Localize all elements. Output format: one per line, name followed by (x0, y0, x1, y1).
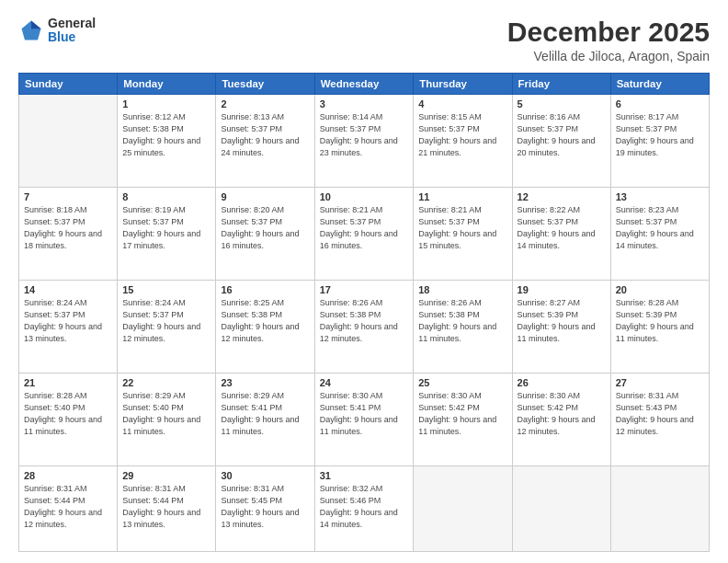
table-row: 30Sunrise: 8:31 AMSunset: 5:45 PMDayligh… (216, 466, 314, 552)
table-row: 24Sunrise: 8:30 AMSunset: 5:41 PMDayligh… (314, 373, 414, 466)
day-number: 4 (418, 98, 506, 109)
table-row (19, 95, 118, 188)
day-info: Sunrise: 8:18 AMSunset: 5:37 PMDaylight:… (24, 205, 102, 250)
logo-general-text: General (48, 17, 96, 30)
day-info: Sunrise: 8:27 AMSunset: 5:39 PMDaylight:… (518, 298, 596, 343)
table-row: 26Sunrise: 8:30 AMSunset: 5:42 PMDayligh… (512, 373, 610, 466)
day-info: Sunrise: 8:28 AMSunset: 5:39 PMDaylight:… (616, 298, 694, 343)
day-number: 31 (320, 470, 409, 481)
day-info: Sunrise: 8:19 AMSunset: 5:37 PMDaylight:… (122, 205, 200, 250)
table-row: 29Sunrise: 8:31 AMSunset: 5:44 PMDayligh… (118, 466, 216, 552)
day-number: 29 (122, 470, 210, 481)
table-row: 3Sunrise: 8:14 AMSunset: 5:37 PMDaylight… (314, 95, 414, 188)
day-info: Sunrise: 8:30 AMSunset: 5:42 PMDaylight:… (418, 391, 496, 436)
table-row: 10Sunrise: 8:21 AMSunset: 5:37 PMDayligh… (314, 188, 414, 281)
table-row: 20Sunrise: 8:28 AMSunset: 5:39 PMDayligh… (610, 281, 709, 373)
table-row: 12Sunrise: 8:22 AMSunset: 5:37 PMDayligh… (512, 188, 610, 281)
day-info: Sunrise: 8:31 AMSunset: 5:44 PMDaylight:… (24, 484, 102, 529)
day-number: 3 (320, 98, 409, 109)
main-title: December 2025 (507, 17, 710, 47)
calendar-table: Sunday Monday Tuesday Wednesday Thursday… (18, 73, 710, 552)
col-saturday: Saturday (610, 74, 709, 95)
table-row (610, 466, 709, 552)
page: General Blue December 2025 Velilla de Ji… (0, 0, 728, 563)
day-info: Sunrise: 8:28 AMSunset: 5:40 PMDaylight:… (24, 391, 102, 436)
logo-icon (18, 17, 44, 43)
day-number: 8 (122, 191, 210, 202)
day-number: 9 (221, 191, 309, 202)
day-number: 5 (518, 98, 606, 109)
day-info: Sunrise: 8:26 AMSunset: 5:38 PMDaylight:… (320, 298, 398, 343)
table-row: 13Sunrise: 8:23 AMSunset: 5:37 PMDayligh… (610, 188, 709, 281)
day-number: 11 (418, 191, 506, 202)
table-row: 25Sunrise: 8:30 AMSunset: 5:42 PMDayligh… (414, 373, 512, 466)
day-number: 12 (518, 191, 606, 202)
col-wednesday: Wednesday (314, 74, 414, 95)
day-info: Sunrise: 8:12 AMSunset: 5:38 PMDaylight:… (122, 112, 200, 157)
day-info: Sunrise: 8:21 AMSunset: 5:37 PMDaylight:… (320, 205, 398, 250)
table-row: 1Sunrise: 8:12 AMSunset: 5:38 PMDaylight… (118, 95, 216, 188)
table-row (512, 466, 610, 552)
table-row: 6Sunrise: 8:17 AMSunset: 5:37 PMDaylight… (610, 95, 709, 188)
col-friday: Friday (512, 74, 610, 95)
day-info: Sunrise: 8:17 AMSunset: 5:37 PMDaylight:… (616, 112, 694, 157)
table-row: 18Sunrise: 8:26 AMSunset: 5:38 PMDayligh… (414, 281, 512, 373)
day-info: Sunrise: 8:22 AMSunset: 5:37 PMDaylight:… (518, 205, 596, 250)
day-number: 25 (418, 377, 506, 388)
day-info: Sunrise: 8:21 AMSunset: 5:37 PMDaylight:… (418, 205, 496, 250)
table-row: 17Sunrise: 8:26 AMSunset: 5:38 PMDayligh… (314, 281, 414, 373)
subtitle: Velilla de Jiloca, Aragon, Spain (507, 49, 710, 63)
day-number: 22 (122, 377, 210, 388)
table-row: 15Sunrise: 8:24 AMSunset: 5:37 PMDayligh… (118, 281, 216, 373)
day-info: Sunrise: 8:24 AMSunset: 5:37 PMDaylight:… (122, 298, 200, 343)
day-number: 13 (616, 191, 704, 202)
table-row: 31Sunrise: 8:32 AMSunset: 5:46 PMDayligh… (314, 466, 414, 552)
day-info: Sunrise: 8:31 AMSunset: 5:45 PMDaylight:… (221, 484, 299, 529)
day-number: 24 (320, 377, 409, 388)
logo-blue-text: Blue (48, 30, 96, 44)
day-number: 18 (418, 284, 506, 295)
table-row: 27Sunrise: 8:31 AMSunset: 5:43 PMDayligh… (610, 373, 709, 466)
day-number: 20 (616, 284, 704, 295)
day-info: Sunrise: 8:23 AMSunset: 5:37 PMDaylight:… (616, 205, 694, 250)
day-info: Sunrise: 8:26 AMSunset: 5:38 PMDaylight:… (418, 298, 496, 343)
calendar-header-row: Sunday Monday Tuesday Wednesday Thursday… (19, 74, 710, 95)
day-number: 7 (24, 191, 112, 202)
day-number: 23 (221, 377, 309, 388)
table-row (414, 466, 512, 552)
col-monday: Monday (118, 74, 216, 95)
table-row: 22Sunrise: 8:29 AMSunset: 5:40 PMDayligh… (118, 373, 216, 466)
table-row: 4Sunrise: 8:15 AMSunset: 5:37 PMDaylight… (414, 95, 512, 188)
day-number: 26 (518, 377, 606, 388)
svg-marker-1 (31, 21, 41, 29)
table-row: 23Sunrise: 8:29 AMSunset: 5:41 PMDayligh… (216, 373, 314, 466)
col-thursday: Thursday (414, 74, 512, 95)
table-row: 14Sunrise: 8:24 AMSunset: 5:37 PMDayligh… (19, 281, 118, 373)
table-row: 2Sunrise: 8:13 AMSunset: 5:37 PMDaylight… (216, 95, 314, 188)
table-row: 21Sunrise: 8:28 AMSunset: 5:40 PMDayligh… (19, 373, 118, 466)
day-number: 16 (221, 284, 309, 295)
day-info: Sunrise: 8:30 AMSunset: 5:42 PMDaylight:… (518, 391, 596, 436)
day-number: 6 (616, 98, 704, 109)
day-info: Sunrise: 8:29 AMSunset: 5:40 PMDaylight:… (122, 391, 200, 436)
day-number: 28 (24, 470, 112, 481)
day-number: 19 (518, 284, 606, 295)
day-info: Sunrise: 8:31 AMSunset: 5:43 PMDaylight:… (616, 391, 694, 436)
day-info: Sunrise: 8:29 AMSunset: 5:41 PMDaylight:… (221, 391, 299, 436)
header: General Blue December 2025 Velilla de Ji… (18, 17, 710, 63)
table-row: 8Sunrise: 8:19 AMSunset: 5:37 PMDaylight… (118, 188, 216, 281)
day-number: 15 (122, 284, 210, 295)
day-number: 1 (122, 98, 210, 109)
table-row: 7Sunrise: 8:18 AMSunset: 5:37 PMDaylight… (19, 188, 118, 281)
day-number: 14 (24, 284, 112, 295)
day-number: 21 (24, 377, 112, 388)
day-number: 27 (616, 377, 704, 388)
day-info: Sunrise: 8:25 AMSunset: 5:38 PMDaylight:… (221, 298, 299, 343)
table-row: 16Sunrise: 8:25 AMSunset: 5:38 PMDayligh… (216, 281, 314, 373)
day-number: 2 (221, 98, 309, 109)
day-info: Sunrise: 8:16 AMSunset: 5:37 PMDaylight:… (518, 112, 596, 157)
day-info: Sunrise: 8:20 AMSunset: 5:37 PMDaylight:… (221, 205, 299, 250)
table-row: 5Sunrise: 8:16 AMSunset: 5:37 PMDaylight… (512, 95, 610, 188)
day-info: Sunrise: 8:24 AMSunset: 5:37 PMDaylight:… (24, 298, 102, 343)
day-info: Sunrise: 8:31 AMSunset: 5:44 PMDaylight:… (122, 484, 200, 529)
